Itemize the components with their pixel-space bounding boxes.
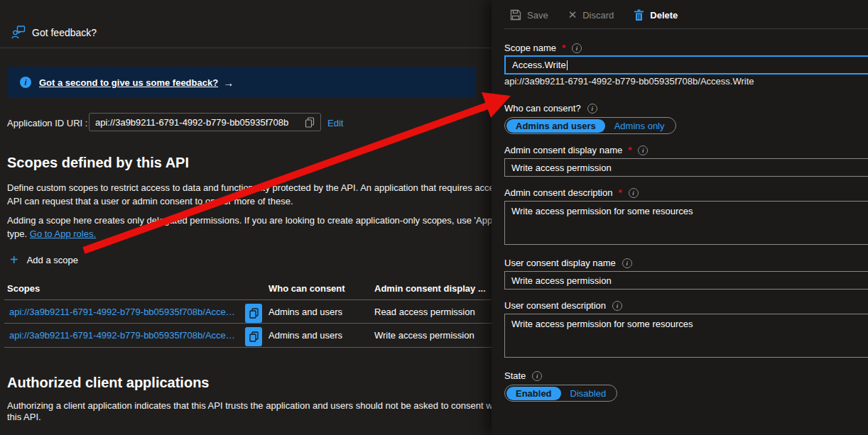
authorized-desc-line1: Authorizing a client application indicat… (7, 400, 492, 411)
azure-expose-api-screen: Got feedback? i Got a second to give us … (0, 0, 868, 435)
go-to-app-roles-link[interactable]: Go to App roles. (30, 228, 96, 239)
admin-description-label-row: Admin consent description * i (504, 187, 639, 198)
info-icon[interactable]: i (572, 43, 582, 53)
user-description-label-row: User consent description i (504, 300, 622, 311)
info-icon[interactable]: i (622, 258, 632, 268)
state-label-row: State i (504, 370, 542, 381)
user-description-label: User consent description (504, 300, 606, 311)
who-can-consent-toggle: Admins and users Admins only (504, 117, 676, 134)
info-icon: i (20, 77, 31, 88)
toolbar-divider (0, 48, 492, 48)
copy-icon[interactable] (305, 117, 315, 128)
copy-scope-button[interactable] (245, 327, 262, 346)
feedback-person-icon (11, 26, 26, 39)
who-can-consent-cell: Admins and users (268, 307, 342, 317)
panel-toolbar-divider (504, 28, 868, 29)
add-a-scope-button[interactable]: + Add a scope (10, 253, 78, 266)
discard-x-icon: ✕ (568, 9, 577, 21)
save-icon (510, 9, 521, 21)
delete-button[interactable]: Delete (634, 9, 678, 21)
scopes-note-line2-prefix: type. (7, 228, 30, 239)
disabled-option[interactable]: Disabled (561, 387, 616, 400)
save-label: Save (527, 10, 548, 21)
scope-row-link[interactable]: api://3a9b9211-6791-4992-b779-bb05935f70… (9, 330, 235, 341)
feedback-banner-link[interactable]: Got a second to give us some feedback? (39, 77, 218, 88)
admin-display-input[interactable]: Write access permission (504, 158, 868, 177)
admin-display-label: Admin consent display name (504, 145, 622, 155)
col-header-admin-consent-display: Admin consent display ... (374, 283, 486, 294)
add-a-scope-label: Add a scope (27, 255, 78, 265)
admin-display-cell: Read access permission (374, 307, 475, 317)
trash-icon (634, 9, 644, 21)
scope-name-label: Scope name (504, 43, 556, 53)
arrow-right-icon: → (223, 77, 234, 89)
admins-only-option[interactable]: Admins only (605, 119, 674, 133)
user-description-textarea[interactable]: Write access permission for some resourc… (504, 314, 868, 358)
scopes-section-title: Scopes defined by this API (7, 155, 189, 171)
got-feedback-button[interactable]: Got feedback? (11, 26, 97, 39)
scopes-desc-line2: API can request that a user or admin con… (7, 196, 492, 207)
scope-name-input[interactable]: Access.Write (504, 55, 868, 75)
admin-display-cell: Write access permission (374, 330, 474, 341)
panel-toolbar: Save ✕ Discard Delete (510, 7, 698, 23)
feedback-banner[interactable]: i Got a second to give us some feedback?… (7, 67, 476, 98)
copy-scope-button[interactable] (245, 304, 262, 323)
authorized-apps-title: Authorized client applications (7, 375, 209, 391)
table-divider (4, 347, 492, 348)
application-id-uri-box[interactable]: api://3a9b9211-6791-4992-b779-bb05935f70… (89, 113, 321, 131)
got-feedback-label: Got feedback? (32, 27, 97, 38)
scopes-desc-line1: Define custom scopes to restrict access … (7, 182, 492, 193)
info-icon[interactable]: i (532, 371, 542, 381)
scope-row-link[interactable]: api://3a9b9211-6791-4992-b779-bb05935f70… (9, 307, 235, 317)
col-header-scopes: Scopes (7, 283, 40, 294)
admin-description-value: Write access permission for some resourc… (511, 206, 693, 216)
user-display-input[interactable]: Write access permission (504, 271, 868, 290)
plus-icon: + (10, 253, 18, 266)
user-description-value: Write access permission for some resourc… (511, 319, 693, 329)
admin-description-textarea[interactable]: Write access permission for some resourc… (504, 201, 868, 245)
scopes-note-line1: Adding a scope here creates only delegat… (7, 215, 492, 226)
required-marker: * (562, 43, 565, 53)
required-marker: * (618, 187, 622, 198)
admin-display-label-row: Admin consent display name * i (504, 145, 648, 155)
application-id-uri-value: api://3a9b9211-6791-4992-b779-bb05935f70… (95, 117, 305, 128)
enabled-option[interactable]: Enabled (506, 387, 561, 400)
discard-label: Discard (582, 10, 614, 21)
col-header-who-can-consent: Who can consent (268, 283, 345, 294)
info-icon[interactable]: i (587, 104, 597, 114)
info-icon[interactable]: i (629, 188, 639, 198)
delete-label: Delete (650, 10, 678, 21)
table-divider (4, 323, 492, 324)
text-caret (567, 60, 568, 70)
edit-app-id-link[interactable]: Edit (327, 118, 343, 128)
authorized-desc-line2: this API. (7, 412, 492, 422)
scope-name-label-row: Scope name * i (504, 43, 582, 53)
scopes-note-line2: type. Go to App roles. (7, 228, 492, 239)
save-button[interactable]: Save (510, 9, 548, 21)
admin-description-label: Admin consent description (504, 187, 612, 198)
table-divider (4, 299, 492, 300)
user-display-label-row: User consent display name i (504, 258, 632, 268)
scope-full-uri: api://3a9b9211-6791-4992-b779-bb05935f70… (504, 76, 754, 87)
edit-scope-panel: Save ✕ Discard Delete (492, 0, 868, 435)
info-icon[interactable]: i (612, 301, 622, 311)
scope-name-value: Access.Write (512, 60, 566, 70)
admin-display-value: Write access permission (511, 163, 612, 173)
discard-button[interactable]: ✕ Discard (568, 9, 614, 21)
who-can-consent-label-row: Who can consent? i (504, 103, 597, 114)
application-id-uri-label: Application ID URI : (7, 118, 87, 128)
who-can-consent-cell: Admins and users (268, 330, 342, 341)
admins-and-users-option[interactable]: Admins and users (506, 119, 605, 133)
required-marker: * (628, 145, 631, 155)
user-display-value: Write access permission (511, 275, 612, 286)
info-icon[interactable]: i (638, 145, 648, 155)
who-can-consent-label: Who can consent? (504, 103, 581, 114)
expose-api-pane: Got feedback? i Got a second to give us … (0, 0, 492, 435)
state-label: State (504, 370, 526, 381)
user-display-label: User consent display name (504, 258, 616, 268)
state-toggle: Enabled Disabled (504, 385, 617, 402)
